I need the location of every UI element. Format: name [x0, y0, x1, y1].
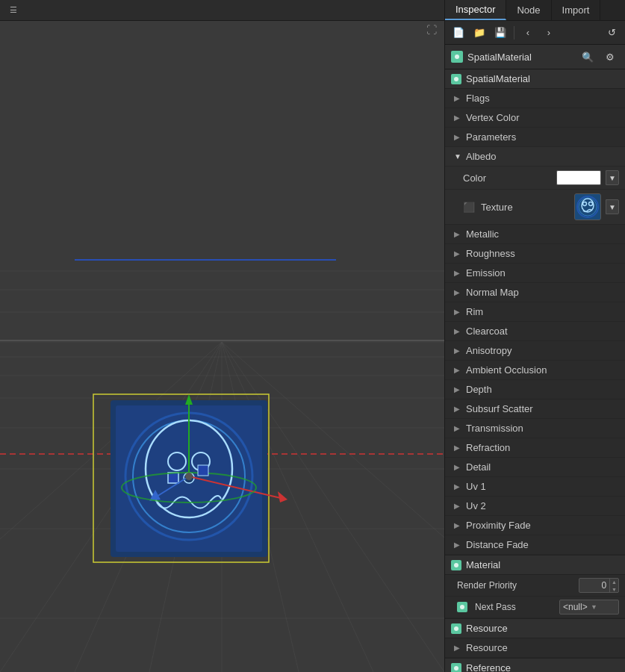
roughness-arrow: ▶	[454, 249, 461, 258]
new-file-button[interactable]: 📄	[450, 24, 467, 42]
panel-content[interactable]: SpatialMaterial ▶ Flags ▶ Vertex Color ▶…	[445, 69, 625, 672]
material-section-label: Material	[466, 559, 500, 570]
rim-arrow: ▶	[454, 308, 461, 316]
reference-section-icon	[451, 663, 461, 673]
tree-item-detail[interactable]: ▶ Detail	[445, 458, 625, 477]
folder-button[interactable]: 📁	[470, 24, 488, 42]
albedo-texture-preview[interactable]	[574, 193, 601, 220]
next-pass-row: Next Pass <null> ▼	[445, 597, 625, 618]
resource-section-header: Resource	[445, 618, 625, 638]
spatial-material-label: SpatialMaterial	[466, 73, 530, 84]
tree-item-depth[interactable]: ▶ Depth	[445, 380, 625, 399]
tree-item-emission[interactable]: ▶ Emission	[445, 264, 625, 283]
resource-icon	[451, 51, 463, 63]
menu-resource-button[interactable]: ⚙	[601, 48, 619, 66]
tree-item-resource[interactable]: ▶ Resource	[445, 638, 625, 658]
search-resource-button[interactable]: 🔍	[579, 48, 597, 66]
resource-section-label: Resource	[466, 623, 508, 634]
tree-item-metallic[interactable]: ▶ Metallic	[445, 225, 625, 244]
svg-point-56	[460, 605, 464, 609]
render-priority-label: Render Priority	[457, 580, 574, 591]
rim-label: Rim	[466, 306, 483, 317]
uv2-arrow: ▶	[454, 502, 461, 510]
material-section-header: Material	[445, 555, 625, 575]
render-priority-input[interactable]	[579, 580, 609, 591]
tree-item-albedo[interactable]: ▼ Albedo	[445, 147, 625, 167]
render-priority-up[interactable]: ▲	[610, 578, 618, 585]
tree-item-rim[interactable]: ▶ Rim	[445, 302, 625, 322]
albedo-color-label: Color	[463, 172, 552, 184]
subsurf-scatter-arrow: ▶	[454, 405, 461, 413]
svg-point-44	[455, 55, 459, 59]
history-button[interactable]: ↺	[603, 24, 621, 42]
distance-fade-arrow: ▶	[454, 541, 461, 549]
panel-toolbar: 📄 📁 💾 ‹ › ↺	[445, 21, 625, 45]
tree-item-roughness[interactable]: ▶ Roughness	[445, 244, 625, 264]
refraction-label: Refraction	[466, 442, 510, 453]
albedo-color-row: Color ▼	[445, 167, 625, 190]
tree-item-proximity-fade[interactable]: ▶ Proximity Fade	[445, 516, 625, 535]
resource-arrow: ▶	[454, 644, 461, 652]
toolbar-separator	[514, 26, 514, 40]
albedo-label: Albedo	[466, 151, 496, 162]
albedo-texture-row: ⬛ Texture ▼	[445, 190, 625, 225]
tree-item-distance-fade[interactable]: ▶ Distance Fade	[445, 535, 625, 555]
render-priority-arrows: ▲ ▼	[609, 578, 618, 593]
render-priority-row: Render Priority ▲ ▼	[445, 575, 625, 597]
metallic-arrow: ▶	[454, 230, 461, 238]
tab-import[interactable]: Import	[552, 0, 601, 20]
panel-tabs: Inspector Node Import	[445, 0, 625, 21]
reference-section-label: Reference	[466, 662, 511, 672]
parameters-arrow: ▶	[454, 133, 461, 141]
tree-item-transmission[interactable]: ▶ Transmission	[445, 419, 625, 438]
albedo-texture-dropdown[interactable]: ▼	[606, 199, 619, 214]
tree-item-subsurf-scatter[interactable]: ▶ Subsurf Scatter	[445, 399, 625, 419]
fullscreen-button[interactable]: ⛶	[426, 24, 441, 39]
viewport-toolbar-btn[interactable]: ☰	[6, 4, 21, 16]
material-section-icon	[451, 560, 461, 570]
vertex-color-arrow: ▶	[454, 113, 461, 122]
next-pass-dropdown[interactable]: <null> ▼	[559, 600, 619, 615]
tree-item-flags[interactable]: ▶ Flags	[445, 89, 625, 108]
spatial-material-icon	[451, 74, 461, 84]
render-priority-down[interactable]: ▼	[610, 585, 618, 593]
viewport: ☰	[0, 0, 444, 672]
resource-label: SpatialMaterial	[467, 52, 574, 63]
scene-svg	[0, 21, 444, 672]
tab-inspector[interactable]: Inspector	[445, 0, 506, 20]
emission-arrow: ▶	[454, 269, 461, 277]
next-pass-icon	[457, 602, 467, 612]
tree-item-parameters[interactable]: ▶ Parameters	[445, 128, 625, 147]
resource-section-icon	[451, 623, 461, 634]
tree-item-ambient-occlusion[interactable]: ▶ Ambient Occlusion	[445, 361, 625, 380]
viewport-toolbar: ☰	[0, 0, 444, 21]
spatial-material-header: SpatialMaterial	[445, 69, 625, 89]
back-button[interactable]: ‹	[519, 24, 537, 42]
ambient-occlusion-label: Ambient Occlusion	[466, 364, 547, 376]
albedo-color-dropdown[interactable]: ▼	[606, 170, 619, 185]
distance-fade-label: Distance Fade	[466, 539, 529, 550]
forward-button[interactable]: ›	[540, 24, 558, 42]
tree-item-uv1[interactable]: ▶ Uv 1	[445, 477, 625, 497]
tree-item-anisotropy[interactable]: ▶ Anisotropy	[445, 341, 625, 361]
ambient-occlusion-arrow: ▶	[454, 366, 461, 374]
albedo-color-swatch[interactable]	[556, 170, 601, 185]
detail-label: Detail	[466, 461, 491, 473]
albedo-texture-label: Texture	[481, 202, 570, 213]
svg-point-46	[454, 77, 458, 81]
svg-rect-0	[0, 21, 444, 672]
tree-item-clearcoat[interactable]: ▶ Clearcoat	[445, 322, 625, 341]
tab-node[interactable]: Node	[506, 0, 551, 20]
svg-point-54	[454, 563, 458, 567]
viewport-canvas: ⛶	[0, 21, 444, 672]
tree-item-uv2[interactable]: ▶ Uv 2	[445, 497, 625, 516]
normal-map-label: Normal Map	[466, 287, 519, 298]
tree-item-refraction[interactable]: ▶ Refraction	[445, 438, 625, 458]
transmission-arrow: ▶	[454, 424, 461, 432]
clearcoat-arrow: ▶	[454, 327, 461, 335]
next-pass-label: Next Pass	[475, 602, 555, 612]
tree-item-vertex-color[interactable]: ▶ Vertex Color	[445, 108, 625, 128]
render-priority-spinner[interactable]: ▲ ▼	[579, 578, 619, 593]
tree-item-normal-map[interactable]: ▶ Normal Map	[445, 283, 625, 302]
save-button[interactable]: 💾	[491, 24, 509, 42]
